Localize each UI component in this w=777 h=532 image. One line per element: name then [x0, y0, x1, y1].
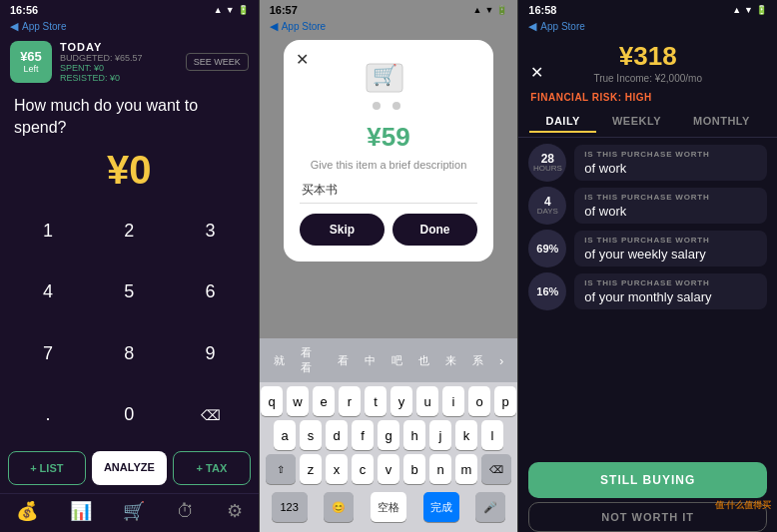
suggest-6[interactable]: 也	[410, 350, 437, 371]
key-4[interactable]: 4	[8, 262, 88, 322]
key-d[interactable]: d	[326, 420, 348, 450]
key-delete[interactable]: ⌫	[170, 384, 250, 445]
key-h[interactable]: h	[403, 420, 425, 450]
key-0[interactable]: 0	[89, 384, 169, 445]
key-p[interactable]: p	[494, 386, 516, 416]
panel-1: 16:56 ▲ ▼ 🔋 ◀ App Store ¥65 Left TODAY B…	[0, 0, 259, 532]
budget-left-label: Left	[23, 64, 38, 75]
panel3-amount: ¥318	[619, 41, 677, 72]
suggest-4[interactable]: 中	[357, 350, 384, 371]
still-buying-button[interactable]: STILL BUYING	[528, 462, 767, 498]
app-store-bar-3[interactable]: ◀ App Store	[518, 18, 777, 35]
back-arrow-icon: ◀	[10, 20, 18, 33]
key-9[interactable]: 9	[170, 323, 250, 384]
key-c[interactable]: c	[352, 454, 374, 484]
cart-icon-container: 🛒	[354, 56, 423, 116]
battery-icon: 🔋	[238, 5, 249, 15]
modal-close-button[interactable]: ✕	[296, 50, 309, 69]
key-l[interactable]: l	[481, 420, 503, 450]
key-a[interactable]: a	[274, 420, 296, 450]
suggest-5[interactable]: 吧	[384, 350, 410, 371]
risk-level-badge: HIGH	[625, 92, 652, 103]
metric-content-1: IS THIS PURCHASE WORTH of work	[574, 145, 767, 181]
nav-cart-icon[interactable]: 🛒	[123, 500, 145, 522]
key-row-1: q w e r t y u i o p	[262, 386, 516, 416]
key-z[interactable]: z	[300, 454, 322, 484]
key-m[interactable]: m	[455, 454, 477, 484]
app-store-label-1: App Store	[22, 21, 66, 32]
analyze-button[interactable]: ANALYZE	[92, 451, 168, 485]
skip-button[interactable]: Skip	[300, 214, 385, 246]
nav-settings-icon[interactable]: ⚙	[227, 500, 243, 522]
key-y[interactable]: y	[390, 386, 412, 416]
bottom-nav-1: 💰 📊 🛒 ⏱ ⚙	[0, 493, 259, 532]
tab-weekly[interactable]: WEEKLY	[596, 111, 677, 133]
key-g[interactable]: g	[378, 420, 399, 450]
key-v[interactable]: v	[378, 454, 399, 484]
suggest-more[interactable]: ›	[491, 350, 511, 371]
metric-value-2: of work	[584, 204, 757, 219]
key-6[interactable]: 6	[170, 262, 250, 322]
key-s[interactable]: s	[300, 420, 322, 450]
key-u[interactable]: u	[416, 386, 438, 416]
key-done[interactable]: 完成	[423, 492, 459, 522]
item-description-input[interactable]	[300, 179, 477, 204]
key-7[interactable]: 7	[8, 323, 88, 384]
suggest-2[interactable]: 看看	[293, 342, 330, 378]
resisted-text: RESISTED: ¥0	[60, 73, 178, 83]
nav-wallet-icon[interactable]: 💰	[16, 500, 38, 522]
key-emoji[interactable]: 😊	[324, 492, 354, 522]
key-b[interactable]: b	[403, 454, 425, 484]
nav-chart-icon[interactable]: 📊	[70, 500, 92, 522]
key-k[interactable]: k	[455, 420, 477, 450]
key-row-3: ⇧ z x c v b n m ⌫	[262, 454, 516, 484]
key-j[interactable]: j	[429, 420, 451, 450]
suggest-1[interactable]: 就	[266, 350, 293, 371]
key-5[interactable]: 5	[89, 262, 169, 322]
key-t[interactable]: t	[365, 386, 387, 416]
metric-value-1: of work	[584, 161, 757, 176]
status-icons-1: ▲ ▼ 🔋	[214, 5, 249, 15]
tabs-row: DAILY WEEKLY MONTHLY	[518, 107, 777, 138]
key-i[interactable]: i	[442, 386, 464, 416]
budgeted-text: BUDGETED: ¥65.57	[60, 53, 178, 63]
key-123[interactable]: 123	[272, 492, 308, 522]
suggest-8[interactable]: 系	[464, 350, 491, 371]
key-space[interactable]: 空格	[371, 492, 406, 522]
metric-circle-3: 69%	[528, 230, 566, 267]
key-e[interactable]: e	[313, 386, 335, 416]
key-q[interactable]: q	[261, 386, 283, 416]
svg-point-2	[373, 102, 381, 110]
done-button[interactable]: Done	[392, 214, 477, 246]
key-f[interactable]: f	[352, 420, 374, 450]
key-o[interactable]: o	[468, 386, 490, 416]
see-week-button[interactable]: SEE WEEK	[186, 53, 249, 71]
key-n[interactable]: n	[429, 454, 451, 484]
key-backspace[interactable]: ⌫	[481, 454, 511, 484]
key-mic[interactable]: 🎤	[475, 492, 505, 522]
key-3[interactable]: 3	[170, 201, 250, 262]
tab-monthly[interactable]: MONTHLY	[677, 111, 766, 133]
key-shift[interactable]: ⇧	[266, 454, 296, 484]
suggest-3[interactable]: 看	[330, 350, 357, 371]
tab-daily[interactable]: DAILY	[529, 111, 596, 133]
status-icons-3: ▲ ▼ 🔋	[732, 5, 767, 15]
key-1[interactable]: 1	[8, 201, 88, 262]
app-store-bar-1[interactable]: ◀ App Store	[0, 18, 259, 35]
key-x[interactable]: x	[326, 454, 348, 484]
panel-3: 16:58 ▲ ▼ 🔋 ◀ App Store ✕ ¥318 True Inco…	[518, 0, 777, 532]
key-w[interactable]: w	[287, 386, 309, 416]
nav-timer-icon[interactable]: ⏱	[177, 501, 195, 522]
today-label: TODAY	[60, 41, 178, 53]
add-list-button[interactable]: + LIST	[8, 451, 86, 485]
key-2[interactable]: 2	[89, 201, 169, 262]
key-dot[interactable]: .	[8, 384, 88, 445]
add-tax-button[interactable]: + TAX	[173, 451, 251, 485]
metric-circle-2: 4 DAYS	[528, 187, 566, 225]
suggest-7[interactable]: 来	[437, 350, 464, 371]
key-r[interactable]: r	[339, 386, 361, 416]
modal-description: Give this item a brief description	[311, 159, 467, 171]
key-8[interactable]: 8	[89, 323, 169, 384]
panel3-close-button[interactable]: ✕	[530, 63, 543, 82]
metric-val-4: 16%	[536, 286, 558, 297]
